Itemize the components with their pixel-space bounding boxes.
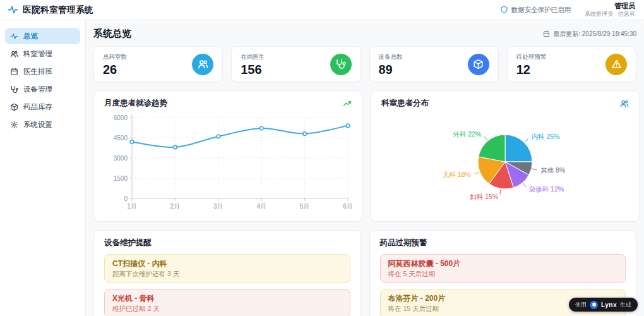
app-brand: 医院科室管理系统 — [8, 4, 93, 16]
gear-icon — [10, 121, 18, 129]
stat-card-1: 总科室数26 — [93, 46, 223, 82]
badge-brand: Lynx — [601, 301, 617, 308]
svg-text:3000: 3000 — [114, 155, 128, 162]
shield-icon — [500, 6, 508, 14]
badge-prefix: 使用 — [575, 301, 587, 309]
maintenance-title: 设备维护提醒 — [104, 238, 152, 248]
security-status: 数据安全保护已启用 — [500, 6, 571, 15]
last-updated: 最后更新: 2025/8/29 18:45:30 — [543, 30, 636, 39]
svg-text:6000: 6000 — [114, 114, 128, 121]
alert-name: 阿莫西林胶囊 - 500片 — [388, 258, 618, 269]
svg-text:1500: 1500 — [114, 175, 128, 182]
user-name: 管理员 — [585, 2, 635, 11]
svg-text:4月: 4月 — [256, 203, 266, 210]
maintenance-alerts-card: 设备维护提醒 CT扫描仪 - 内科距离下次维护还有 3 天X光机 - 骨科维护已… — [93, 230, 361, 316]
package-icon — [10, 103, 18, 111]
sidebar-item-3[interactable]: 医生排班 — [5, 63, 80, 80]
sidebar-item-4[interactable]: 设备管理 — [5, 81, 80, 97]
stat-label: 在岗医生 — [241, 53, 265, 61]
trend-up-icon — [343, 99, 352, 108]
users-icon — [620, 99, 629, 108]
last-updated-text: 最后更新: 2025/8/29 18:45:30 — [553, 30, 636, 39]
stat-card-2: 在岗医生156 — [231, 46, 361, 82]
alert-detail: 将在 5 天后过期 — [388, 269, 618, 279]
pulse-icon — [10, 32, 18, 40]
stat-cards-row: 总科室数26在岗医生156设备总数89待处理预警12 — [93, 46, 636, 82]
svg-text:5月: 5月 — [300, 203, 310, 210]
svg-text:儿科 18%: 儿科 18% — [443, 171, 471, 178]
svg-text:3月: 3月 — [213, 203, 224, 210]
alert-item: CT扫描仪 - 内科距离下次维护还有 3 天 — [104, 254, 350, 283]
stat-card-3: 设备总数89 — [369, 46, 499, 82]
stethoscope-icon — [10, 85, 18, 94]
stat-value: 12 — [516, 63, 547, 76]
top-header: 医院科室管理系统 数据安全保护已启用 管理员 系统管理员 · 信息科 — [0, 0, 644, 20]
users-icon — [10, 50, 18, 58]
alert-icon — [605, 54, 627, 75]
pie-chart-title: 科室患者分布 — [381, 98, 429, 109]
svg-text:1月: 1月 — [127, 203, 137, 210]
lynx-logo-icon — [590, 301, 598, 309]
alert-detail: 维护已过期 2 天 — [112, 304, 342, 313]
main-content: 系统总览 最后更新: 2025/8/29 18:45:30 总科室数26在岗医生… — [86, 20, 644, 316]
svg-text:2月: 2月 — [170, 203, 181, 210]
app-title: 医院科室管理系统 — [23, 4, 93, 16]
line-chart-card: 月度患者就诊趋势 015003000450060001月2月3月4月5月6月 — [93, 90, 362, 222]
sidebar-item-label: 设备管理 — [23, 85, 52, 94]
svg-text:6月: 6月 — [343, 203, 352, 210]
sidebar-item-6[interactable]: 系统设置 — [5, 116, 80, 133]
lynx-generated-badge[interactable]: 使用 Lynx 生成 — [569, 298, 638, 312]
line-chart: 015003000450060001月2月3月4月5月6月 — [104, 109, 352, 215]
security-status-label: 数据安全保护已启用 — [511, 6, 571, 15]
svg-text:0: 0 — [124, 195, 128, 202]
alert-item: X光机 - 骨科维护已过期 2 天 — [104, 289, 350, 316]
svg-text:其他 8%: 其他 8% — [540, 166, 565, 174]
calendar-icon — [10, 68, 18, 76]
svg-text:4500: 4500 — [114, 135, 128, 142]
svg-text:急诊科 12%: 急诊科 12% — [529, 185, 564, 193]
maintenance-list: CT扫描仪 - 内科距离下次维护还有 3 天X光机 - 骨科维护已过期 2 天 — [104, 254, 350, 316]
sidebar-item-label: 总览 — [23, 32, 38, 41]
sidebar-item-label: 药品库存 — [23, 102, 52, 112]
pulse-logo-icon — [8, 4, 18, 15]
alert-item: 阿莫西林胶囊 - 500片将在 5 天后过期 — [380, 254, 626, 283]
user-block[interactable]: 管理员 系统管理员 · 信息科 — [585, 2, 635, 18]
users-icon — [192, 54, 213, 75]
sidebar-nav: 总览科室管理医生排班设备管理药品库存系统设置 — [0, 20, 86, 316]
stat-label: 设备总数 — [379, 53, 403, 61]
badge-suffix: 生成 — [620, 301, 631, 309]
pie-chart: 内科 25%其他 8%急诊科 12%妇科 15%儿科 18%外科 22% — [381, 109, 629, 215]
stat-value: 89 — [379, 63, 403, 76]
svg-text:内科 25%: 内科 25% — [532, 133, 560, 140]
sidebar-item-2[interactable]: 科室管理 — [5, 46, 80, 62]
line-chart-title: 月度患者就诊趋势 — [104, 98, 167, 109]
svg-text:妇科 15%: 妇科 15% — [470, 193, 498, 200]
sidebar-item-5[interactable]: 药品库存 — [5, 99, 80, 115]
user-role: 系统管理员 · 信息科 — [585, 11, 635, 18]
stat-label: 待处理预警 — [516, 53, 547, 61]
alert-name: CT扫描仪 - 内科 — [112, 258, 342, 269]
stethoscope-icon — [330, 54, 352, 75]
stat-card-4: 待处理预警12 — [507, 46, 636, 82]
stat-value: 26 — [103, 63, 127, 76]
package-icon — [468, 54, 489, 75]
calendar-icon — [543, 30, 550, 37]
sidebar-item-label: 科室管理 — [23, 49, 52, 59]
sidebar-item-label: 医生排班 — [23, 67, 52, 76]
medicine-title: 药品过期预警 — [380, 238, 427, 248]
alert-detail: 距离下次维护还有 3 天 — [112, 269, 342, 279]
sidebar-item-1[interactable]: 总览 — [5, 28, 80, 44]
svg-text:外科 22%: 外科 22% — [453, 130, 481, 138]
pie-chart-card: 科室患者分布 内科 25%其他 8%急诊科 12%妇科 15%儿科 18%外科 … — [371, 90, 640, 222]
alert-name: X光机 - 骨科 — [112, 293, 342, 304]
stat-label: 总科室数 — [103, 53, 127, 61]
stat-value: 156 — [241, 63, 265, 76]
sidebar-item-label: 系统设置 — [23, 120, 52, 130]
page-title: 系统总览 — [93, 28, 131, 40]
